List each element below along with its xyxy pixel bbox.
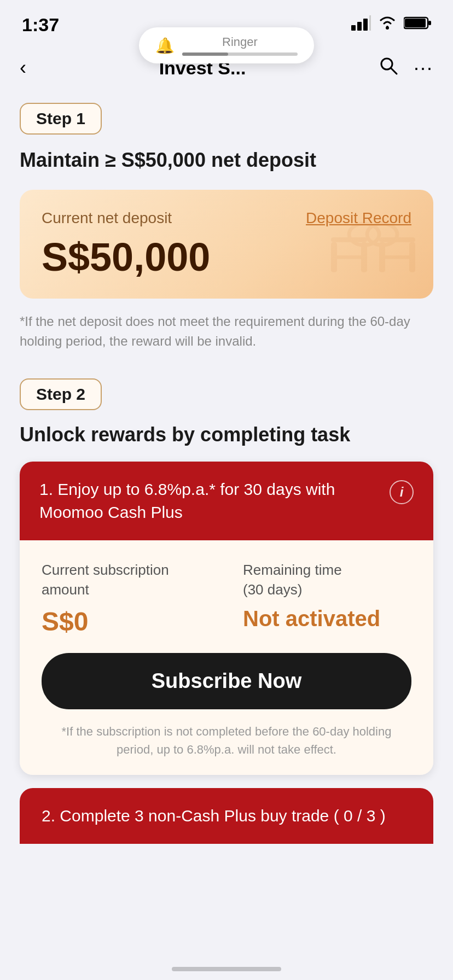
battery-icon [404,16,431,33]
ringer-label: Ringer [182,35,298,49]
home-indicator [172,967,281,971]
sub-amount-value: S$0 [42,606,210,637]
remaining-time-col: Remaining time(30 days) Not activated [243,560,411,637]
deposit-amount: S$50,000 [42,236,411,279]
search-icon[interactable] [379,56,398,80]
ringer-slider-fill [182,52,228,56]
info-icon[interactable]: i [390,480,414,504]
ringer-content: Ringer [182,35,298,56]
svg-rect-7 [428,21,431,25]
deposit-label: Current net deposit [42,209,172,227]
svg-rect-1 [357,22,362,31]
back-button[interactable]: ‹ [20,56,26,79]
reward-card-1-body: Current subscriptionamount S$0 Remaining… [20,540,433,775]
step1-title: Maintain ≥ S$50,000 net deposit [20,148,433,173]
svg-rect-6 [405,19,426,27]
status-icons [351,15,431,34]
wifi-icon [378,16,397,33]
signal-icon [351,15,371,34]
nav-right: ··· [379,56,433,80]
step2-title: Unlock rewards by completing task [20,423,433,446]
reward-card-1: 1. Enjoy up to 6.8%p.a.* for 30 days wit… [20,462,433,775]
reward-card-2-title: 2. Complete 3 non-Cash Plus buy trade ( … [42,807,411,825]
svg-rect-2 [363,19,368,31]
subscribe-note: *If the subscription is not completed be… [42,722,411,759]
ringer-bell-icon: 🔔 [155,37,175,55]
svg-line-9 [391,68,397,74]
step2-badge: Step 2 [20,378,102,410]
deposit-card: Current net deposit Deposit Record S$50,… [20,190,433,299]
ringer-slider [182,52,298,56]
step1-note: *If the net deposit does not meet the re… [20,312,433,351]
svg-point-4 [386,26,389,30]
deposit-card-inner: Current net deposit Deposit Record S$50,… [42,209,411,279]
sub-amount-label: Current subscriptionamount [42,560,210,600]
svg-rect-3 [369,15,371,31]
deposit-record-link[interactable]: Deposit Record [306,209,411,227]
subscription-amount-col: Current subscriptionamount S$0 [42,560,210,637]
remaining-label: Remaining time(30 days) [243,560,411,600]
subscribe-now-button[interactable]: Subscribe Now [42,653,411,709]
main-content: Step 1 Maintain ≥ S$50,000 net deposit C… [0,92,453,877]
remaining-value: Not activated [243,606,411,631]
subscription-row: Current subscriptionamount S$0 Remaining… [42,560,411,637]
reward-card-2: 2. Complete 3 non-Cash Plus buy trade ( … [20,788,433,844]
reward-card-1-title: 1. Enjoy up to 6.8%p.a.* for 30 days wit… [39,478,390,524]
more-icon[interactable]: ··· [414,56,433,79]
deposit-card-row: Current net deposit Deposit Record [42,209,411,227]
ringer-notification: 🔔 Ringer [139,27,314,63]
svg-rect-0 [351,25,356,31]
step1-badge: Step 1 [20,103,102,135]
status-time: 1:37 [22,14,59,36]
reward-card-1-header: 1. Enjoy up to 6.8%p.a.* for 30 days wit… [20,462,433,540]
